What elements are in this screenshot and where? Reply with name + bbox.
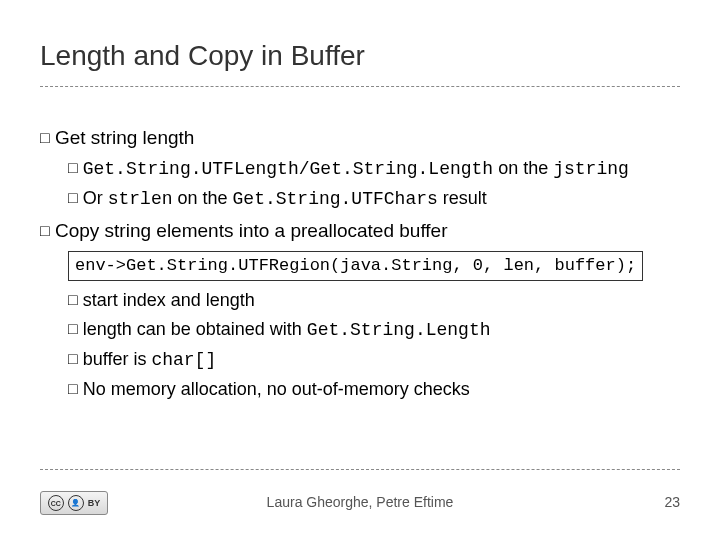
code: Get.String.UTFChars: [233, 189, 438, 209]
text: Copy: [55, 220, 105, 241]
square-bullet-icon: □: [40, 126, 50, 150]
slide: Length and Copy in Buffer □ Get string l…: [0, 0, 720, 540]
bullet-copy: □ Copy string elements into a preallocat…: [40, 217, 680, 246]
footer-authors: Laura Gheorghe, Petre Eftime: [0, 494, 720, 510]
content-area: □ Get string length □ Get.String.UTFLeng…: [40, 120, 680, 405]
slide-title: Length and Copy in Buffer: [40, 40, 365, 72]
page-number: 23: [664, 494, 680, 510]
code: Get.String.UTFLength/Get.String.Length: [83, 159, 493, 179]
code: char[]: [151, 350, 216, 370]
text: result: [438, 188, 487, 208]
square-bullet-icon: □: [68, 186, 78, 210]
bullet-get-length: □ Get string length: [40, 124, 680, 153]
text: Or: [83, 188, 108, 208]
square-bullet-icon: □: [68, 288, 78, 312]
text: memory allocation, no out-of-memory chec…: [111, 379, 470, 399]
text: string length: [91, 127, 195, 148]
sub-bullet-buffer: □ buffer is char[]: [68, 346, 680, 374]
text: on the: [173, 188, 233, 208]
square-bullet-icon: □: [68, 347, 78, 371]
sub-bullet-start: □ start index and length: [68, 287, 680, 314]
sub-bullet-strlen: □ Or strlen on the Get.String.UTFChars r…: [68, 185, 680, 213]
code: jstring: [553, 159, 629, 179]
text: length: [83, 319, 137, 339]
text: on the: [493, 158, 553, 178]
square-bullet-icon: □: [68, 377, 78, 401]
code-box: env->Get.String.UTFRegion(java.String, 0…: [68, 251, 643, 281]
text: is: [133, 349, 151, 369]
square-bullet-icon: □: [68, 317, 78, 341]
code: strlen: [108, 189, 173, 209]
footer-divider: [40, 469, 680, 470]
text: No: [83, 379, 111, 399]
text: Get: [55, 127, 91, 148]
square-bullet-icon: □: [68, 156, 78, 180]
sub-bullet-getstringutflength: □ Get.String.UTFLength/Get.String.Length…: [68, 155, 680, 183]
text: string elements into a preallocated buff…: [105, 220, 448, 241]
text: index and length: [123, 290, 255, 310]
code: Get.String.Length: [307, 320, 491, 340]
text: buffer: [83, 349, 134, 369]
text: start: [83, 290, 123, 310]
text: can be obtained with: [137, 319, 307, 339]
square-bullet-icon: □: [40, 219, 50, 243]
title-underline: [40, 86, 680, 87]
sub-bullet-length: □ length can be obtained with Get.String…: [68, 316, 680, 344]
sub-bullet-no-alloc: □ No memory allocation, no out-of-memory…: [68, 376, 680, 403]
